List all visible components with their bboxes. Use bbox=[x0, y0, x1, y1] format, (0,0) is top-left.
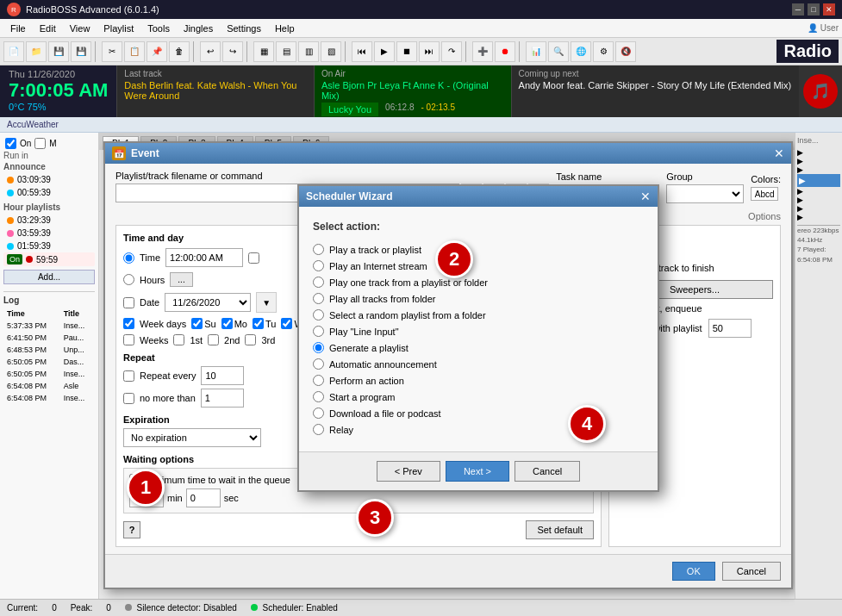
log-row-2[interactable]: 6:41:50 PM Pau... bbox=[5, 333, 93, 343]
tb-layout3[interactable]: ▥ bbox=[298, 41, 319, 62]
tb-new[interactable]: 📄 bbox=[3, 41, 24, 62]
wizard-action-auto-announce[interactable]: Automatic announcement bbox=[313, 356, 644, 372]
tb-prev[interactable]: ⏮ bbox=[352, 41, 372, 62]
wizard-action-play-stream[interactable]: Play an Internet stream bbox=[313, 258, 644, 274]
menu-settings[interactable]: Settings bbox=[220, 22, 268, 35]
wizard-close-btn[interactable]: ✕ bbox=[640, 190, 651, 203]
hours-radio[interactable] bbox=[123, 274, 134, 285]
wizard-action-play-track[interactable]: Play a track or playlist bbox=[313, 241, 644, 258]
minimize-button[interactable]: ─ bbox=[792, 3, 804, 16]
menu-tools[interactable]: Tools bbox=[140, 22, 177, 35]
wizard-action-random[interactable]: Select a random playlist from a folder bbox=[313, 307, 644, 323]
wizard-action-perform[interactable]: Perform an action bbox=[313, 372, 644, 389]
event-ok-button[interactable]: OK bbox=[672, 562, 715, 581]
set-default-button[interactable]: Set default bbox=[526, 520, 594, 539]
options-check-input[interactable] bbox=[248, 252, 259, 264]
menu-jingles[interactable]: Jingles bbox=[177, 22, 220, 35]
add-button[interactable]: Add... bbox=[3, 270, 95, 284]
maximize-button[interactable]: □ bbox=[808, 3, 820, 16]
repeat-every-input[interactable] bbox=[201, 366, 244, 385]
close-button[interactable]: ✕ bbox=[823, 3, 835, 16]
event-cancel-button[interactable]: Cancel bbox=[722, 562, 781, 581]
hour-item-1[interactable]: 03:29:39 bbox=[3, 214, 95, 227]
wizard-action-generate[interactable]: Generate a playlist bbox=[313, 339, 644, 356]
no-more-check[interactable] bbox=[123, 393, 134, 404]
wizard-action-play-all[interactable]: Play all tracks from folder bbox=[313, 290, 644, 307]
week-1st[interactable] bbox=[173, 334, 184, 345]
tb-paste[interactable]: 📌 bbox=[147, 41, 167, 62]
time-input[interactable] bbox=[165, 248, 243, 267]
no-more-input[interactable] bbox=[201, 389, 244, 408]
tb-open[interactable]: 📁 bbox=[26, 41, 47, 62]
week-3rd[interactable] bbox=[245, 334, 256, 345]
on-check-input[interactable] bbox=[5, 138, 16, 149]
together-input[interactable] bbox=[708, 319, 752, 338]
date-select[interactable]: 11/26/2020 bbox=[165, 293, 251, 312]
wizard-prev-button[interactable]: < Prev bbox=[377, 461, 440, 482]
log-row-6[interactable]: 6:54:08 PM Asle bbox=[5, 381, 93, 391]
right-arrow-7[interactable]: ▶ bbox=[797, 213, 840, 221]
menu-help[interactable]: Help bbox=[268, 22, 302, 35]
tb-copy[interactable]: 📋 bbox=[124, 41, 145, 62]
log-row-1[interactable]: 5:37:33 PM Inse... bbox=[5, 320, 93, 331]
tb-record[interactable]: ⏺ bbox=[495, 41, 515, 62]
color-box[interactable]: Abcd bbox=[751, 187, 778, 201]
help-button[interactable]: ? bbox=[123, 521, 140, 538]
menu-edit[interactable]: Edit bbox=[33, 22, 63, 35]
tb-layout4[interactable]: ▧ bbox=[321, 41, 341, 62]
log-row-4[interactable]: 6:50:05 PM Das... bbox=[5, 357, 93, 367]
wizard-next-button[interactable]: Next > bbox=[446, 461, 509, 482]
tb-search[interactable]: 🔍 bbox=[548, 41, 569, 62]
log-row-5[interactable]: 6:50:05 PM Inse... bbox=[5, 369, 93, 379]
tb-eq[interactable]: 📊 bbox=[526, 41, 546, 62]
week-2nd[interactable] bbox=[208, 334, 219, 345]
menu-playlist[interactable]: Playlist bbox=[97, 22, 140, 35]
menu-file[interactable]: File bbox=[3, 22, 33, 35]
weeks-check[interactable] bbox=[123, 334, 134, 345]
event-close-button[interactable]: ✕ bbox=[774, 146, 784, 160]
tb-save[interactable]: 💾 bbox=[48, 41, 69, 62]
tb-del[interactable]: 🗑 bbox=[169, 41, 190, 62]
tb-undo[interactable]: ↩ bbox=[200, 41, 221, 62]
log-row-3[interactable]: 6:48:53 PM Unp... bbox=[5, 345, 93, 355]
weekdays-check[interactable] bbox=[123, 318, 134, 329]
hour-item-2[interactable]: 03:59:39 bbox=[3, 227, 95, 240]
tb-layout1[interactable]: ▦ bbox=[253, 41, 274, 62]
right-arrow-5[interactable]: ▶ bbox=[797, 196, 840, 204]
time-radio[interactable] bbox=[123, 252, 134, 264]
tb-play[interactable]: ▶ bbox=[374, 41, 395, 62]
group-select[interactable] bbox=[666, 184, 744, 203]
wizard-action-play-one[interactable]: Play one track from a playlist or folder bbox=[313, 274, 644, 290]
on-checkbox[interactable]: On M bbox=[3, 136, 95, 151]
right-arrow-active[interactable]: ▶ bbox=[797, 174, 840, 187]
announce-item-1[interactable]: 03:09:39 bbox=[3, 173, 95, 186]
wizard-action-line-input[interactable]: Play "Line Input" bbox=[313, 323, 644, 339]
tb-save2[interactable]: 💾 bbox=[71, 41, 91, 62]
date-check[interactable] bbox=[123, 297, 134, 308]
hour-item-4[interactable]: On 59:59 bbox=[3, 252, 95, 266]
tb-settings[interactable]: ⚙ bbox=[593, 41, 614, 62]
menu-view[interactable]: View bbox=[63, 22, 97, 35]
right-arrow-1[interactable]: ▶ bbox=[797, 148, 840, 157]
tb-fade[interactable]: ↷ bbox=[441, 41, 462, 62]
tb-cut[interactable]: ✂ bbox=[102, 41, 122, 62]
window-controls[interactable]: ─ □ ✕ bbox=[792, 3, 835, 16]
right-arrow-2[interactable]: ▶ bbox=[797, 157, 840, 165]
tb-stop[interactable]: ⏹ bbox=[396, 41, 417, 62]
tb-redo[interactable]: ↪ bbox=[222, 41, 243, 62]
wizard-action-start-program[interactable]: Start a program bbox=[313, 389, 644, 405]
tb-layout2[interactable]: ▤ bbox=[276, 41, 296, 62]
hour-item-3[interactable]: 01:59:39 bbox=[3, 240, 95, 252]
m-check-input[interactable] bbox=[34, 138, 46, 149]
expiration-select[interactable]: No expiration bbox=[123, 428, 261, 447]
weekday-mo[interactable]: Mo bbox=[221, 318, 247, 329]
tb-next[interactable]: ⏭ bbox=[419, 41, 440, 62]
right-arrow-4[interactable]: ▶ bbox=[797, 187, 840, 196]
tb-add-track[interactable]: ➕ bbox=[472, 41, 493, 62]
hours-btn[interactable]: ... bbox=[170, 272, 192, 287]
right-arrow-3[interactable]: ▶ bbox=[797, 165, 840, 174]
tb-mute[interactable]: 🔇 bbox=[615, 41, 636, 62]
repeat-every-check[interactable] bbox=[123, 370, 134, 382]
announce-item-2[interactable]: 00:59:39 bbox=[3, 186, 95, 199]
tb-web[interactable]: 🌐 bbox=[571, 41, 591, 62]
